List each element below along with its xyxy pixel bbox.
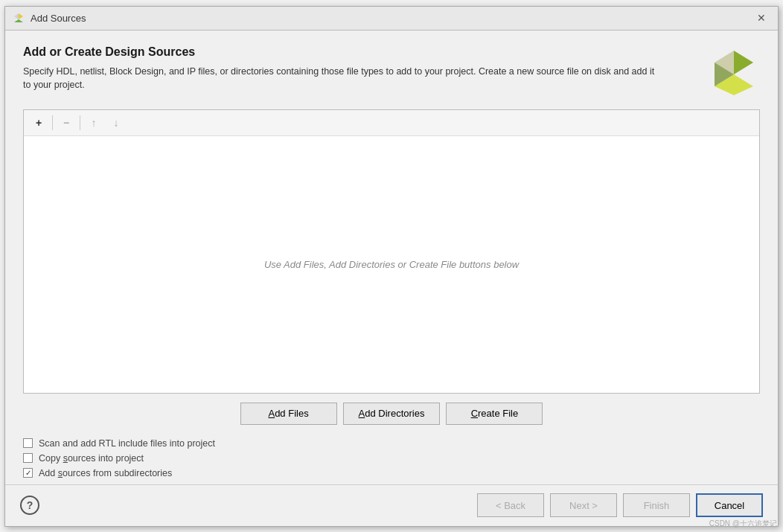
next-button[interactable]: Next > xyxy=(550,493,617,517)
add-file-toolbar-btn[interactable]: + xyxy=(28,113,49,132)
add-files-label: Add Files xyxy=(268,408,308,419)
main-window: Add Sources ✕ Add or Create Design Sourc… xyxy=(4,6,779,527)
add-files-button[interactable]: Add Files xyxy=(240,403,337,425)
add-directories-button[interactable]: Add Directories xyxy=(343,403,441,425)
file-panel: + − ↑ ↓ Use Add Files, Add Directories o… xyxy=(23,109,760,394)
cancel-label: Cancel xyxy=(715,500,744,511)
footer: ? < Back Next > Finish Cancel xyxy=(5,484,778,526)
option-add-subdirs: Add sources from subdirectories xyxy=(23,468,760,478)
app-icon xyxy=(13,12,25,24)
empty-message: Use Add Files, Add Directories or Create… xyxy=(264,259,519,270)
add-subdirs-checkbox[interactable] xyxy=(23,468,33,478)
back-label: < Back xyxy=(496,500,525,511)
toolbar: + − ↑ ↓ xyxy=(24,110,759,136)
options-section: Scan and add RTL include files into proj… xyxy=(23,435,760,484)
add-subdirs-label: Add sources from subdirectories xyxy=(39,468,172,478)
add-dirs-label: Add Directories xyxy=(359,408,425,419)
cancel-button[interactable]: Cancel xyxy=(696,493,763,517)
close-button[interactable]: ✕ xyxy=(752,11,770,25)
page-description: Specify HDL, netlist, Block Design, and … xyxy=(23,65,663,93)
header-section: Add or Create Design Sources Specify HDL… xyxy=(23,45,760,97)
svg-marker-2 xyxy=(14,13,19,19)
svg-marker-3 xyxy=(734,51,753,74)
scan-rtl-label: Scan and add RTL include files into proj… xyxy=(39,438,215,449)
scan-rtl-checkbox[interactable] xyxy=(23,438,33,448)
help-button[interactable]: ? xyxy=(20,496,39,515)
content-area: Add or Create Design Sources Specify HDL… xyxy=(5,31,778,484)
create-file-label: Create File xyxy=(471,408,519,419)
create-file-button[interactable]: Create File xyxy=(446,403,543,425)
copy-sources-label: Copy sources into project xyxy=(39,453,144,464)
remove-toolbar-btn[interactable]: − xyxy=(56,113,77,132)
page-title: Add or Create Design Sources xyxy=(23,45,696,59)
footer-left: ? xyxy=(20,496,39,515)
svg-marker-0 xyxy=(19,13,23,19)
footer-right: < Back Next > Finish Cancel xyxy=(477,493,763,517)
back-button[interactable]: < Back xyxy=(477,493,544,517)
title-bar-left: Add Sources xyxy=(13,12,86,24)
watermark: CSDN @十六追梦记 xyxy=(709,519,777,529)
move-down-toolbar-btn[interactable]: ↓ xyxy=(106,113,127,132)
finish-button[interactable]: Finish xyxy=(623,493,690,517)
option-scan-rtl: Scan and add RTL include files into proj… xyxy=(23,438,760,449)
title-bar: Add Sources ✕ xyxy=(5,7,778,31)
option-copy-sources: Copy sources into project xyxy=(23,453,760,464)
move-up-toolbar-btn[interactable]: ↑ xyxy=(83,113,104,132)
window-title: Add Sources xyxy=(31,13,86,24)
header-text: Add or Create Design Sources Specify HDL… xyxy=(23,45,696,93)
file-list-area: Use Add Files, Add Directories or Create… xyxy=(24,136,759,393)
svg-marker-1 xyxy=(14,19,23,22)
toolbar-divider-2 xyxy=(80,115,80,130)
toolbar-divider-1 xyxy=(52,115,53,130)
finish-label: Finish xyxy=(644,500,670,511)
logo-area xyxy=(708,45,760,97)
copy-sources-checkbox[interactable] xyxy=(23,453,33,463)
action-buttons: Add Files Add Directories Create File xyxy=(23,403,760,425)
vivado-logo xyxy=(710,48,758,95)
next-label: Next > xyxy=(569,500,598,511)
